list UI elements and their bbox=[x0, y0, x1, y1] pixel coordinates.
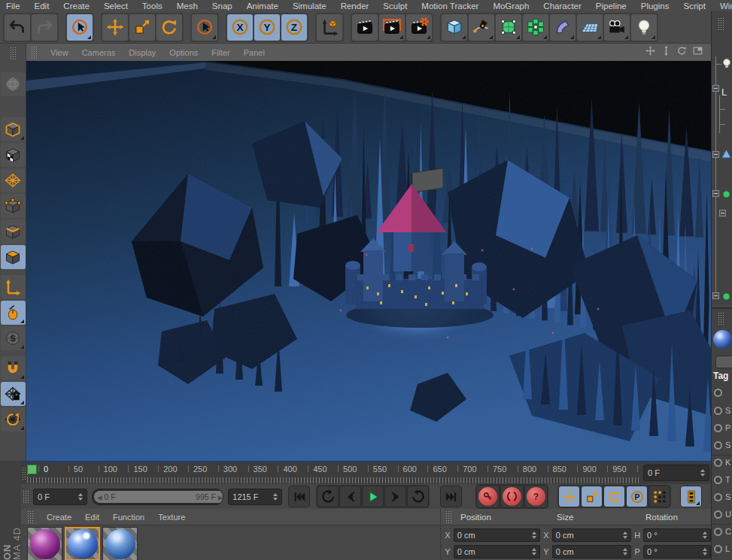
current-frame-stepper[interactable] bbox=[78, 491, 83, 503]
key-rotate-button[interactable] bbox=[603, 486, 625, 507]
axis-y-button[interactable]: Y bbox=[254, 14, 280, 41]
blue-shiny-material[interactable] bbox=[65, 527, 100, 560]
size-y-field[interactable]: 0 cm bbox=[552, 545, 632, 558]
record-key-button[interactable] bbox=[476, 485, 500, 508]
palette-grip[interactable] bbox=[10, 47, 16, 60]
attribute-row[interactable]: L bbox=[714, 544, 730, 553]
goto-start-button[interactable] bbox=[288, 486, 310, 507]
attribute-grip[interactable] bbox=[718, 312, 724, 325]
redo-button[interactable] bbox=[32, 14, 57, 41]
pos-y-field[interactable]: 0 cm bbox=[454, 545, 540, 558]
attribute-row[interactable]: K bbox=[714, 458, 730, 467]
end-frame-field[interactable]: 1215 F bbox=[228, 489, 282, 505]
render-settings-button[interactable] bbox=[406, 14, 432, 41]
rotate-button[interactable] bbox=[156, 14, 182, 41]
play-backward-button[interactable] bbox=[317, 486, 339, 507]
viewport-menu-cameras[interactable]: Cameras bbox=[82, 48, 116, 57]
attribute-circle[interactable] bbox=[714, 407, 722, 415]
make-editable-button[interactable] bbox=[1, 72, 26, 96]
viewport-orbit-icon[interactable] bbox=[676, 45, 688, 59]
spline-pen-button[interactable] bbox=[469, 14, 494, 41]
attribute-row[interactable] bbox=[714, 389, 725, 397]
polygons-mode-button[interactable] bbox=[1, 245, 26, 269]
material-menu-edit[interactable]: Edit bbox=[85, 513, 99, 522]
menu-mesh[interactable]: Mesh bbox=[177, 2, 198, 11]
current-frame-marker[interactable] bbox=[27, 465, 37, 474]
texture-mode-button[interactable] bbox=[1, 143, 26, 167]
attribute-row[interactable]: S bbox=[714, 440, 730, 450]
attribute-row[interactable]: S bbox=[714, 406, 730, 415]
mograph-array-button[interactable] bbox=[523, 14, 548, 41]
menu-render[interactable]: Render bbox=[341, 2, 369, 11]
partial-button[interactable] bbox=[715, 356, 732, 368]
pos-x-field[interactable]: 0 cm bbox=[454, 528, 540, 542]
autokey-button[interactable] bbox=[500, 485, 524, 508]
prev-key-button[interactable] bbox=[339, 486, 361, 507]
menu-plugins[interactable]: Plugins bbox=[641, 2, 670, 11]
menu-select[interactable]: Select bbox=[104, 2, 128, 11]
rot-p-field[interactable]: 0 ° bbox=[643, 545, 711, 558]
preview-range-slider[interactable]: ◀ 0 F 995 F ▶ bbox=[92, 489, 224, 505]
rot-p-stepper[interactable] bbox=[703, 546, 707, 558]
snap-magnet-button[interactable] bbox=[1, 356, 26, 380]
scale-button[interactable] bbox=[129, 14, 155, 41]
axis-z-button[interactable]: Z bbox=[281, 14, 307, 41]
expand-box[interactable] bbox=[712, 190, 719, 197]
render-picture-viewer-button[interactable] bbox=[379, 14, 405, 41]
workplane-mode-button[interactable] bbox=[1, 168, 26, 192]
viewport-menu-filter[interactable]: Filter bbox=[211, 48, 229, 57]
expand-box[interactable] bbox=[712, 85, 719, 92]
attribute-circle[interactable] bbox=[714, 545, 722, 553]
menu-window[interactable]: Window bbox=[720, 2, 732, 11]
menu-sculpt[interactable]: Sculpt bbox=[383, 2, 407, 11]
points-mode-button[interactable] bbox=[1, 194, 26, 218]
attribute-circle[interactable] bbox=[714, 528, 722, 536]
frame-field-stepper[interactable] bbox=[700, 467, 705, 479]
primitive-cube-button[interactable] bbox=[442, 14, 467, 41]
current-frame-field[interactable]: 0 F bbox=[33, 489, 87, 505]
attribute-circle[interactable] bbox=[714, 424, 722, 432]
viewport-dolly-icon[interactable] bbox=[661, 45, 672, 59]
coord-system-button[interactable] bbox=[317, 14, 342, 41]
axis-mode-button[interactable] bbox=[1, 275, 26, 299]
floor-environment-button[interactable] bbox=[577, 14, 603, 41]
attribute-row[interactable]: P bbox=[714, 423, 730, 432]
coordinates-grip[interactable] bbox=[445, 510, 451, 524]
next-key-button[interactable] bbox=[384, 486, 406, 507]
viewport-menu-panel[interactable]: Panel bbox=[244, 48, 265, 57]
attribute-row[interactable]: T bbox=[714, 475, 730, 484]
object-manager-grip[interactable] bbox=[718, 17, 724, 31]
menu-motion-tracker[interactable]: Motion Tracker bbox=[421, 2, 478, 11]
rot-h-stepper[interactable] bbox=[703, 529, 707, 541]
expand-box[interactable] bbox=[712, 151, 719, 158]
menu-simulate[interactable]: Simulate bbox=[293, 2, 327, 11]
size-x-stepper[interactable] bbox=[623, 529, 627, 541]
size-y-stepper[interactable] bbox=[623, 546, 627, 558]
transport-grip[interactable] bbox=[23, 490, 29, 504]
viewport-solo-button[interactable] bbox=[1, 301, 26, 325]
lock-workplane-button[interactable] bbox=[1, 382, 26, 406]
viewport-grip[interactable] bbox=[31, 46, 37, 59]
live-selection-button[interactable] bbox=[67, 14, 93, 41]
play-button[interactable] bbox=[362, 486, 384, 507]
viewport-maximize-icon[interactable] bbox=[692, 45, 703, 59]
purple-material[interactable] bbox=[27, 527, 62, 560]
attribute-row[interactable]: U bbox=[714, 510, 731, 519]
end-frame-stepper[interactable] bbox=[273, 491, 278, 503]
key-scale-button[interactable] bbox=[581, 486, 603, 507]
blue-matte-material[interactable] bbox=[102, 527, 138, 560]
menu-animate[interactable]: Animate bbox=[247, 2, 278, 11]
menu-script[interactable]: Script bbox=[683, 2, 705, 11]
axis-x-button[interactable]: X bbox=[227, 14, 253, 41]
play-forward-button[interactable] bbox=[407, 486, 429, 507]
undo-button[interactable] bbox=[5, 14, 30, 41]
menu-character[interactable]: Character bbox=[543, 2, 582, 11]
attribute-circle[interactable] bbox=[714, 459, 722, 467]
pos-x-stepper[interactable] bbox=[532, 529, 536, 541]
key-move-button[interactable] bbox=[558, 486, 580, 507]
light-button[interactable] bbox=[631, 14, 657, 41]
timeline-ruler[interactable]: 0501001502002503003504004505005506006507… bbox=[27, 462, 639, 484]
object-name[interactable]: L bbox=[721, 86, 727, 98]
material-menu-function[interactable]: Function bbox=[113, 513, 144, 522]
menu-edit[interactable]: Edit bbox=[35, 2, 50, 11]
